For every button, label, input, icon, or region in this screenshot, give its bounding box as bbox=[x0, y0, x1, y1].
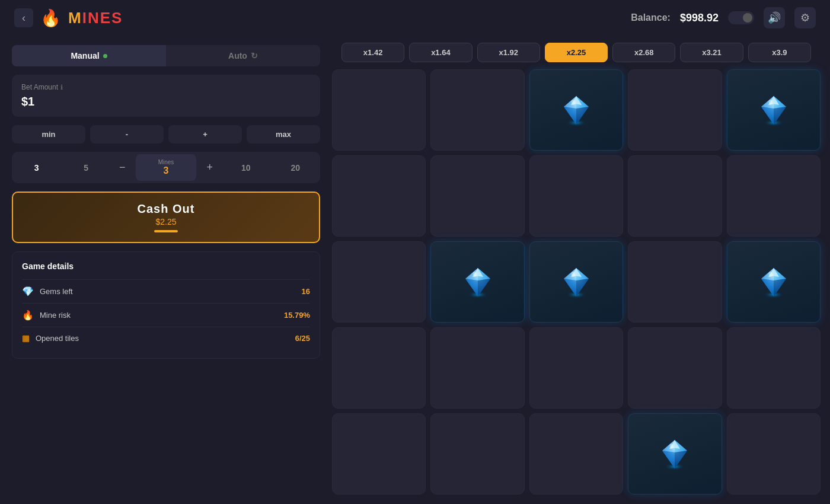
grid-cell-0-1[interactable] bbox=[430, 69, 524, 151]
settings-button[interactable]: ⚙ bbox=[794, 7, 816, 28]
bet-value: $1 bbox=[21, 95, 311, 109]
grid-icon: ▦ bbox=[22, 333, 30, 343]
grid-cell-4-3[interactable] bbox=[628, 413, 722, 495]
gem-icon bbox=[558, 264, 594, 300]
gem-icon bbox=[460, 264, 496, 300]
gem-icon bbox=[756, 264, 791, 300]
header: ‹ 🔥 MINES Balance: $998.92 🔊 ⚙ bbox=[0, 0, 830, 36]
grid-cell-2-0[interactable] bbox=[332, 241, 426, 323]
grid-cell-1-2[interactable] bbox=[529, 155, 623, 237]
opened-tiles-info: ▦ Opened tiles bbox=[22, 333, 79, 343]
mines-opt-10[interactable]: 10 bbox=[221, 157, 270, 178]
left-panel: Manual Auto ↻ Bet Amount ℹ $1 min - + ma… bbox=[0, 36, 332, 504]
info-icon: ℹ bbox=[60, 84, 63, 91]
mines-center-label: Mines bbox=[143, 159, 189, 165]
grid-cell-4-2[interactable] bbox=[529, 413, 623, 495]
grid-cell-3-2[interactable] bbox=[529, 327, 623, 409]
tab-auto[interactable]: Auto ↻ bbox=[166, 45, 320, 66]
gems-left-value: 16 bbox=[302, 287, 310, 296]
minus-button[interactable]: - bbox=[90, 125, 164, 143]
grid-cell-4-4[interactable] bbox=[727, 413, 821, 495]
gem-icon bbox=[558, 92, 594, 128]
mines-opt-5[interactable]: 5 bbox=[61, 157, 110, 178]
grid-cell-3-1[interactable] bbox=[430, 327, 524, 409]
grid-cell-3-4[interactable] bbox=[727, 327, 821, 409]
balance-toggle[interactable] bbox=[728, 11, 754, 24]
tab-manual[interactable]: Manual bbox=[12, 45, 166, 66]
plus-button[interactable]: + bbox=[168, 125, 242, 143]
grid-cell-4-0[interactable] bbox=[332, 413, 426, 495]
back-icon: ‹ bbox=[22, 12, 25, 24]
grid-cell-2-1[interactable] bbox=[430, 241, 524, 323]
settings-icon: ⚙ bbox=[800, 11, 810, 24]
header-right: Balance: $998.92 🔊 ⚙ bbox=[631, 7, 816, 28]
mines-opt-20[interactable]: 20 bbox=[271, 157, 320, 178]
mult-btn-5[interactable]: x3.21 bbox=[680, 43, 743, 62]
grid-cell-3-3[interactable] bbox=[628, 327, 722, 409]
cashout-button[interactable]: Cash Out $2.25 bbox=[12, 192, 320, 243]
grid-cell-0-0[interactable] bbox=[332, 69, 426, 151]
back-button[interactable]: ‹ bbox=[14, 8, 33, 27]
mines-minus-btn[interactable]: − bbox=[111, 155, 134, 180]
gems-left-row: 💎 Gems left 16 bbox=[22, 279, 310, 303]
logo-rest: INES bbox=[82, 9, 123, 27]
min-button[interactable]: min bbox=[12, 125, 85, 143]
manual-label: Manual bbox=[71, 51, 99, 60]
grid-cell-2-2[interactable] bbox=[529, 241, 623, 323]
grid-cell-2-4[interactable] bbox=[727, 241, 821, 323]
opened-tiles-row: ▦ Opened tiles 6/25 bbox=[22, 327, 310, 349]
manual-active-dot bbox=[103, 54, 107, 58]
grid-cell-1-3[interactable] bbox=[628, 155, 722, 237]
balance-value: $998.92 bbox=[680, 12, 719, 24]
grid-cell-3-0[interactable] bbox=[332, 327, 426, 409]
mine-risk-label: Mine risk bbox=[40, 311, 71, 320]
bet-label: Bet Amount ℹ bbox=[21, 83, 311, 91]
opened-tiles-value: 6/25 bbox=[295, 334, 310, 343]
grid-cell-2-3[interactable] bbox=[628, 241, 722, 323]
logo-icon: 🔥 bbox=[40, 8, 61, 28]
cashout-progress-bar bbox=[154, 230, 178, 232]
header-left: ‹ 🔥 MINES bbox=[14, 8, 123, 28]
mines-center: Mines 3 bbox=[136, 154, 196, 181]
grid-cell-1-0[interactable] bbox=[332, 155, 426, 237]
bomb-icon: 🔥 bbox=[22, 310, 34, 321]
grid-cell-1-4[interactable] bbox=[727, 155, 821, 237]
mult-btn-1[interactable]: x1.64 bbox=[409, 43, 472, 62]
sound-icon: 🔊 bbox=[768, 11, 781, 24]
main-layout: Manual Auto ↻ Bet Amount ℹ $1 min - + ma… bbox=[0, 36, 830, 504]
mines-plus-btn[interactable]: + bbox=[199, 155, 222, 180]
mine-risk-value: 15.79% bbox=[284, 311, 310, 320]
logo-m: M bbox=[68, 9, 82, 27]
cashout-title: Cash Out bbox=[23, 202, 309, 216]
logo-text: MINES bbox=[68, 9, 123, 27]
gem-icon bbox=[657, 436, 692, 472]
mult-btn-0[interactable]: x1.42 bbox=[341, 43, 404, 62]
grid-cell-0-4[interactable] bbox=[727, 69, 821, 151]
game-details: Game details 💎 Gems left 16 🔥 Mine risk … bbox=[12, 251, 320, 359]
mines-section: 3 5 − Mines 3 + 10 20 bbox=[12, 152, 320, 183]
game-area: x1.42x1.64x1.92x2.25x2.68x3.21x3.9 bbox=[332, 36, 830, 504]
grid-cell-1-1[interactable] bbox=[430, 155, 524, 237]
mult-btn-4[interactable]: x2.68 bbox=[612, 43, 675, 62]
gem-icon bbox=[756, 92, 791, 128]
opened-tiles-label: Opened tiles bbox=[36, 334, 79, 343]
grid-cell-0-3[interactable] bbox=[628, 69, 722, 151]
auto-icon: ↻ bbox=[251, 51, 258, 60]
gems-left-info: 💎 Gems left bbox=[22, 286, 73, 297]
grid-cell-0-2[interactable] bbox=[529, 69, 623, 151]
grid-cell-4-1[interactable] bbox=[430, 413, 524, 495]
mult-btn-6[interactable]: x3.9 bbox=[748, 43, 811, 62]
mult-btn-2[interactable]: x1.92 bbox=[477, 43, 540, 62]
cashout-amount: $2.25 bbox=[23, 217, 309, 227]
mines-center-value: 3 bbox=[143, 165, 189, 176]
multiplier-bar: x1.42x1.64x1.92x2.25x2.68x3.21x3.9 bbox=[332, 36, 821, 69]
bet-section: Bet Amount ℹ $1 bbox=[12, 75, 320, 117]
mult-btn-3[interactable]: x2.25 bbox=[545, 43, 608, 62]
game-grid bbox=[332, 69, 821, 495]
mines-opt-3[interactable]: 3 bbox=[12, 157, 61, 178]
balance-label: Balance: bbox=[631, 12, 671, 23]
max-button[interactable]: max bbox=[247, 125, 320, 143]
sound-button[interactable]: 🔊 bbox=[764, 7, 785, 28]
game-details-title: Game details bbox=[22, 261, 310, 271]
bet-controls: min - + max bbox=[12, 125, 320, 143]
